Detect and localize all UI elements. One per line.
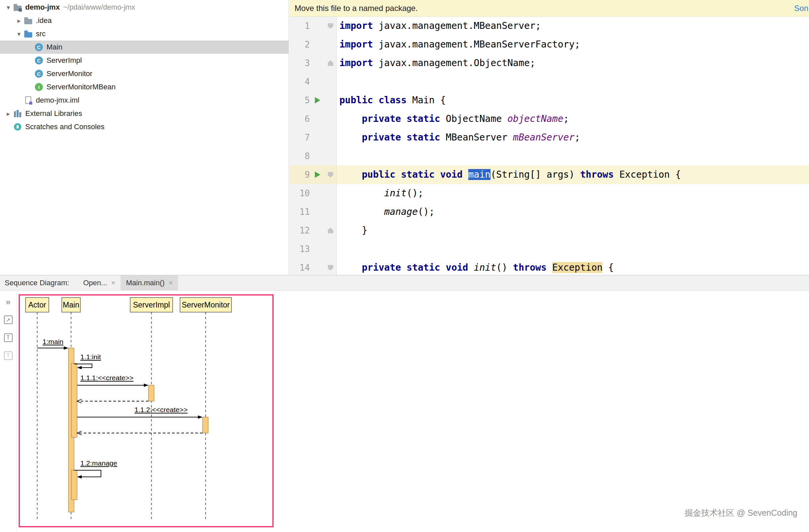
tab-label: Main.main() xyxy=(126,279,165,287)
gutter: 12 xyxy=(289,221,337,240)
fold-start-icon[interactable] xyxy=(328,23,333,29)
code-lines[interactable]: 1import javax.management.MBeanServer;2im… xyxy=(289,17,809,275)
banner-message: Move this file to a named package. xyxy=(295,4,418,13)
close-icon[interactable]: × xyxy=(169,279,173,287)
chevron-right-icon[interactable]: ▸ xyxy=(14,17,24,24)
editor-notification-banner: Move this file to a named package. Son xyxy=(289,0,809,17)
gutter: 2 xyxy=(289,35,337,54)
sequence-diagram[interactable]: ActorMainServerImplServerMonitor1:main1.… xyxy=(20,295,272,526)
code-line-14[interactable]: 14 private static void init() throws Exc… xyxy=(289,258,809,275)
code-line-5[interactable]: 5public class Main { xyxy=(289,91,809,109)
message-label[interactable]: 1:main xyxy=(42,338,64,345)
text-tool-icon[interactable]: T xyxy=(3,332,14,343)
tree-item-label: ServerMonitor xyxy=(47,69,92,78)
run-icon[interactable] xyxy=(315,171,321,178)
code-line-6[interactable]: 6 private static ObjectName objectName; xyxy=(289,109,809,128)
tree-item-label: Scratches and Consoles xyxy=(25,122,104,131)
message-1.1.2-create-: 1.1.2:<<create>> xyxy=(77,406,203,419)
line-number: 1 xyxy=(289,17,310,35)
gutter: 1 xyxy=(289,17,337,35)
code-line-3[interactable]: 3import javax.management.ObjectName; xyxy=(289,54,809,72)
class-icon: C xyxy=(35,43,43,51)
line-number: 14 xyxy=(289,258,310,275)
code-text: import javax.management.MBeanServerFacto… xyxy=(337,35,580,54)
tool-window-header: Sequence Diagram: Open...×Main.main()× xyxy=(0,275,809,291)
expand-icon[interactable]: » xyxy=(3,296,14,307)
message-label[interactable]: 1.1.2:<<create>> xyxy=(135,406,188,413)
tree-item-serverimpl[interactable]: CServerImpl xyxy=(0,54,289,67)
line-number: 10 xyxy=(289,184,310,203)
text-tool-alt-icon[interactable]: T xyxy=(3,350,14,361)
tree-item-external-libraries[interactable]: ▸External Libraries xyxy=(0,107,289,120)
gutter: 3 xyxy=(289,54,337,72)
banner-action-link[interactable]: Son xyxy=(794,0,809,17)
code-line-9[interactable]: 9 public static void main(String[] args)… xyxy=(289,165,809,184)
participant-label: Actor xyxy=(28,301,46,309)
chevron-down-icon[interactable]: ▾ xyxy=(3,4,13,11)
libraries-icon xyxy=(13,109,22,118)
tree-item-src[interactable]: ▾src xyxy=(0,27,289,40)
line-number: 12 xyxy=(289,221,310,240)
line-number: 8 xyxy=(289,147,310,165)
diagram-toolbar: » ↗ T T xyxy=(0,291,17,532)
activation-bar-2 xyxy=(149,385,154,401)
tool-window-title: Sequence Diagram: xyxy=(0,279,69,287)
code-text: private static void init() throws Except… xyxy=(337,258,614,275)
message-label[interactable]: 1.1:init xyxy=(80,353,101,361)
line-number: 6 xyxy=(289,109,310,128)
src-folder-icon xyxy=(24,30,33,38)
fold-start-icon[interactable] xyxy=(328,172,333,178)
tree-item-servermonitormbean[interactable]: IServerMonitorMBean xyxy=(0,80,289,93)
gutter: 4 xyxy=(289,72,337,91)
code-line-12[interactable]: 12 } xyxy=(289,221,809,240)
tree-item-label: demo-jmx.iml xyxy=(36,96,80,105)
line-number: 9 xyxy=(289,165,310,184)
tree-item-label: ServerImpl xyxy=(47,56,82,65)
tree-item-demo-jmx[interactable]: ▾demo-jmx~/pdai/www/demo-jmx xyxy=(0,1,289,14)
export-icon[interactable]: ↗ xyxy=(3,314,14,325)
code-text xyxy=(337,240,340,258)
tree-item--idea[interactable]: ▸.idea xyxy=(0,14,289,27)
fold-end-icon[interactable] xyxy=(328,61,333,66)
code-text: private static ObjectName objectName; xyxy=(337,109,569,128)
chevron-right-icon[interactable]: ▸ xyxy=(3,110,13,118)
run-icon[interactable] xyxy=(315,97,321,104)
code-line-7[interactable]: 7 private static MBeanServer mBeanServer… xyxy=(289,128,809,147)
code-line-11[interactable]: 11 manage(); xyxy=(289,203,809,221)
tree-item-servermonitor[interactable]: CServerMonitor xyxy=(0,67,289,80)
code-text: private static MBeanServer mBeanServer; xyxy=(337,128,580,147)
interface-icon: I xyxy=(35,83,43,91)
code-line-8[interactable]: 8 xyxy=(289,147,809,165)
code-text xyxy=(337,72,340,91)
code-line-4[interactable]: 4 xyxy=(289,72,809,91)
tab-main-main-[interactable]: Main.main()× xyxy=(121,275,178,290)
code-text: manage(); xyxy=(337,203,435,221)
class-icon: C xyxy=(35,56,43,65)
code-line-13[interactable]: 13 xyxy=(289,240,809,258)
tab-open-[interactable]: Open...× xyxy=(78,275,121,290)
activation-bar-4 xyxy=(71,470,77,500)
participant-label: ServerMonitor xyxy=(182,301,230,309)
code-line-1[interactable]: 1import javax.management.MBeanServer; xyxy=(289,17,809,35)
tree-item-scratches-and-consoles[interactable]: Scratches and Consoles xyxy=(0,120,289,134)
chevron-down-icon[interactable]: ▾ xyxy=(14,30,24,38)
code-line-2[interactable]: 2import javax.management.MBeanServerFact… xyxy=(289,35,809,54)
close-icon[interactable]: × xyxy=(111,279,116,287)
module-file-icon xyxy=(24,96,33,105)
message-return xyxy=(77,399,149,403)
tab-label: Open... xyxy=(83,279,107,287)
fold-start-icon[interactable] xyxy=(328,265,333,271)
sequence-diagram-frame: ActorMainServerImplServerMonitor1:main1.… xyxy=(19,294,274,527)
gutter: 7 xyxy=(289,128,337,147)
code-line-10[interactable]: 10 init(); xyxy=(289,184,809,203)
tree-item-main[interactable]: CMain xyxy=(0,40,289,54)
fold-end-icon[interactable] xyxy=(328,228,333,234)
gutter: 14 xyxy=(289,258,337,275)
message-1.1.1-create-: 1.1.1:<<create>> xyxy=(77,374,149,387)
activation-bar-3 xyxy=(203,417,208,433)
activation-bar-1 xyxy=(71,363,77,437)
project-path: ~/pdai/www/demo-jmx xyxy=(63,3,135,12)
message-label[interactable]: 1.1.1:<<create>> xyxy=(80,374,134,381)
message-label[interactable]: 1.2:manage xyxy=(80,459,117,467)
tree-item-demo-jmx-iml[interactable]: demo-jmx.iml xyxy=(0,93,289,107)
